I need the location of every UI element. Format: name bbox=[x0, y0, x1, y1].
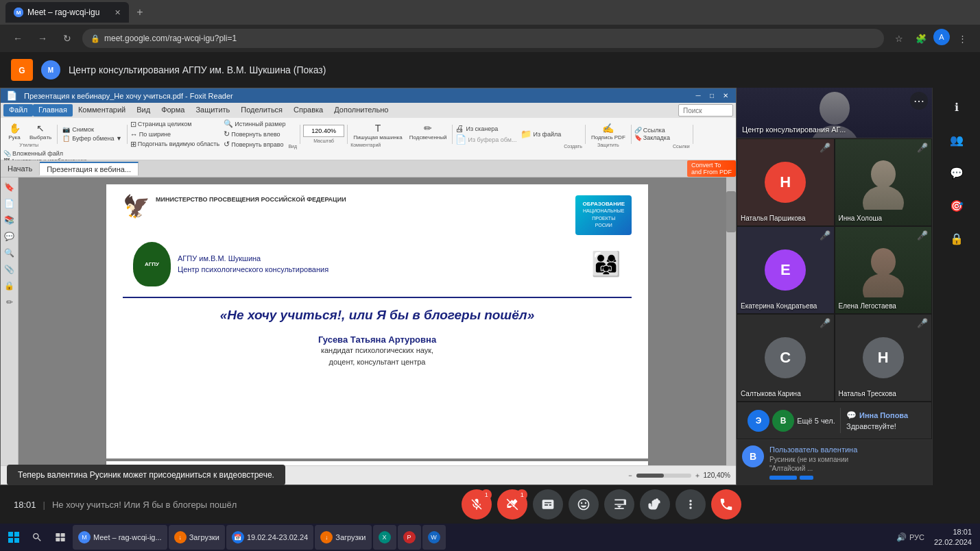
presenter-more-btn[interactable]: ⋯ bbox=[910, 92, 928, 110]
mic-icon-treskova-muted: 🎤 bbox=[917, 318, 928, 328]
name-inna: Инна Холоша bbox=[839, 215, 883, 222]
taskbar-app-downloads2[interactable]: ↓ Загрузки bbox=[315, 525, 371, 550]
info-panel-btn[interactable]: ℹ bbox=[943, 93, 970, 121]
menu-icon[interactable]: ⋮ bbox=[953, 29, 972, 48]
foxit-from-scanner-btn[interactable]: 🖨Из сканера bbox=[455, 123, 516, 134]
taskbar-app-powerpoint[interactable]: P bbox=[398, 525, 421, 550]
taskbar-date: 22.02.2024 bbox=[934, 537, 972, 548]
pdf-right-scrollbar[interactable] bbox=[726, 177, 736, 465]
foxit-zoom-input[interactable] bbox=[303, 125, 344, 137]
foxit-from-file-btn[interactable]: 📁Из файла bbox=[521, 129, 561, 139]
foxit-link-btn[interactable]: 🔗Ссылка bbox=[634, 127, 670, 134]
foxit-menu-more[interactable]: Дополнительно bbox=[328, 104, 394, 117]
new-tab-button[interactable]: + bbox=[132, 4, 148, 21]
convert-badge: Convert Toand From PDF bbox=[687, 160, 736, 177]
more-options-button[interactable] bbox=[676, 489, 706, 519]
address-bar[interactable]: 🔒 meet.google.com/rag-wcqi-igu?pli=1 bbox=[82, 29, 884, 48]
foxit-actual-size-btn[interactable]: 🔍Истинный размер bbox=[224, 119, 285, 128]
foxit-search-panel-btn[interactable]: 🔍 bbox=[3, 246, 16, 260]
taskbar-app-calendar[interactable]: 📅 19.02.24-23.02.24 bbox=[226, 525, 313, 550]
foxit-pages-panel-btn[interactable]: 📄 bbox=[3, 197, 16, 210]
taskbar-app-word[interactable]: W bbox=[422, 525, 446, 550]
foxit-highlight-tool[interactable]: ✏ Подсвеченный bbox=[407, 121, 450, 142]
end-call-button[interactable] bbox=[711, 489, 741, 519]
people-panel-btn[interactable]: 👥 bbox=[943, 126, 970, 154]
pdf-zoom-slider[interactable] bbox=[636, 474, 691, 478]
extension-icon[interactable]: 🧩 bbox=[911, 29, 931, 48]
foxit-menu-share[interactable]: Поделиться bbox=[235, 104, 288, 117]
foxit-annotations-btn[interactable]: 💬 bbox=[3, 230, 16, 243]
taskbar-app-excel[interactable]: X bbox=[373, 525, 396, 550]
foxit-width-btn[interactable]: ↔По ширине bbox=[130, 130, 219, 138]
foxit-embedded-file-btn[interactable]: 📎Вложенный файл bbox=[3, 150, 87, 157]
main-title-text: «Не хочу учиться!, или Я бы в блогеры по… bbox=[123, 306, 632, 325]
foxit-from-buffer-btn[interactable]: 📄Из буфера обм... bbox=[455, 134, 516, 145]
refresh-button[interactable]: ↻ bbox=[58, 29, 77, 48]
foxit-menu-home[interactable]: Главная bbox=[33, 104, 73, 117]
chat-panel-btn[interactable]: 💬 bbox=[943, 159, 970, 186]
forward-button[interactable]: → bbox=[33, 29, 52, 48]
foxit-security-btn[interactable]: 🔒 bbox=[3, 279, 16, 293]
browser-tab-meet[interactable]: M Meet – rag-wcqi-igu ✕ bbox=[5, 2, 129, 23]
ministry-text: МИНИСТЕРСТВО ПРОСВЕЩЕНИЯ РОССИЙСКОЙ ФЕДЕ… bbox=[156, 195, 346, 204]
camera-button[interactable]: 1 bbox=[497, 489, 527, 519]
foxit-hand-tool[interactable]: ✋ Рука bbox=[3, 121, 25, 142]
foxit-tab-start[interactable]: Начать bbox=[1, 162, 40, 175]
foxit-rotate-cw-btn[interactable]: ↻Повернуть влево bbox=[224, 130, 285, 138]
activities-panel-btn[interactable]: 🎯 bbox=[943, 192, 970, 219]
foxit-menu-help[interactable]: Справка bbox=[288, 104, 328, 117]
presentation-area: 📄 Презентация к вебинару_Не хочу учиться… bbox=[0, 88, 737, 485]
tab-close-button[interactable]: ✕ bbox=[115, 8, 121, 17]
taskbar: M Meet – rag-wcqi-ig... ↓ Загрузки 📅 19.… bbox=[0, 524, 980, 551]
pdf-zoom-in-btn[interactable]: ＋ bbox=[694, 471, 701, 480]
back-button[interactable]: ← bbox=[8, 29, 27, 48]
taskbar-speaker-icon[interactable]: 🔊 bbox=[896, 532, 907, 542]
foxit-minimize-btn[interactable]: ─ bbox=[693, 91, 703, 101]
foxit-menu-form[interactable]: Форма bbox=[156, 104, 190, 117]
pdf-scroll-area[interactable]: 🦅 МИНИСТЕРСТВО ПРОСВЕЩЕНИЯ РОССИЙСКОЙ ФЕ… bbox=[19, 177, 736, 465]
foxit-edit-btn[interactable]: ✏ bbox=[3, 295, 16, 309]
foxit-pen-tool[interactable]: T Пишущая машинка bbox=[350, 121, 405, 142]
mic-button[interactable]: 1 bbox=[462, 489, 492, 519]
bookmark-star-icon[interactable]: ☆ bbox=[889, 29, 909, 48]
foxit-attachments-btn[interactable]: 📎 bbox=[3, 262, 16, 276]
pdf-scroll-thumb[interactable] bbox=[726, 191, 736, 232]
lock-panel-btn[interactable]: 🔒 bbox=[943, 225, 970, 252]
foxit-menu-view[interactable]: Вид bbox=[131, 104, 156, 117]
windows-start-btn[interactable] bbox=[3, 525, 25, 550]
tab-title: Meet – rag-wcqi-igu bbox=[27, 8, 99, 17]
taskbar-app-meet[interactable]: M Meet – rag-wcqi-ig... bbox=[73, 525, 167, 550]
foxit-tab-presentation[interactable]: Презентация к вебина... bbox=[40, 162, 139, 175]
more-participants-tile: Э В Ещё 5 чел. bbox=[743, 408, 840, 433]
raise-hand-button[interactable] bbox=[640, 489, 670, 519]
foxit-select-tool[interactable]: ↖ Выбрать bbox=[27, 121, 54, 142]
foxit-fit-btn[interactable]: ⊞Подогнать видимую область bbox=[130, 140, 219, 149]
present-button[interactable] bbox=[604, 489, 634, 519]
taskbar-clock[interactable]: 18:01 22.02.2024 bbox=[929, 527, 977, 548]
captions-button[interactable] bbox=[533, 489, 563, 519]
foxit-fullpage-btn[interactable]: ⊡Страница целиком bbox=[130, 120, 219, 129]
pdf-zoom-out-btn[interactable]: － bbox=[627, 471, 634, 480]
foxit-bookmark-panel-btn[interactable]: 🔖 bbox=[3, 180, 16, 194]
foxit-rotate-ccw-btn[interactable]: ↺Повернуть вправо bbox=[224, 140, 285, 149]
taskbar-taskview-btn[interactable] bbox=[49, 525, 71, 550]
foxit-close-btn[interactable]: ✕ bbox=[721, 91, 730, 101]
foxit-snapshot-btn[interactable]: 📷Снимок bbox=[60, 125, 124, 134]
foxit-maximize-btn[interactable]: □ bbox=[707, 91, 717, 101]
foxit-menu-comment[interactable]: Комментарий bbox=[73, 104, 131, 117]
join-notification-bar2 bbox=[800, 476, 813, 480]
pdf-slide-1: 🦅 МИНИСТЕРСТВО ПРОСВЕЩЕНИЯ РОССИЙСКОЙ ФЕ… bbox=[106, 184, 648, 458]
foxit-sign-tool[interactable]: ✍ Подпись PDF bbox=[588, 121, 628, 142]
foxit-bookmark-btn[interactable]: 🔖Закладка bbox=[634, 134, 670, 141]
emoji-button[interactable] bbox=[569, 489, 599, 519]
foxit-buffer-btn[interactable]: 📋Буфер обмена ▼ bbox=[60, 134, 124, 143]
taskbar-app-downloads1[interactable]: ↓ Загрузки bbox=[169, 525, 225, 550]
foxit-menu-file[interactable]: Файл bbox=[3, 104, 33, 117]
foxit-search-input[interactable] bbox=[678, 104, 733, 117]
taskbar-language-indicator[interactable]: РУС bbox=[909, 533, 924, 541]
taskbar-search-btn[interactable] bbox=[26, 525, 48, 550]
foxit-menu-protect[interactable]: Защитить bbox=[190, 104, 235, 117]
name-ekaterina: Екатерина Кондратьева bbox=[741, 302, 817, 310]
profile-icon[interactable]: A bbox=[933, 29, 950, 45]
foxit-layers-btn[interactable]: 📚 bbox=[3, 213, 16, 227]
